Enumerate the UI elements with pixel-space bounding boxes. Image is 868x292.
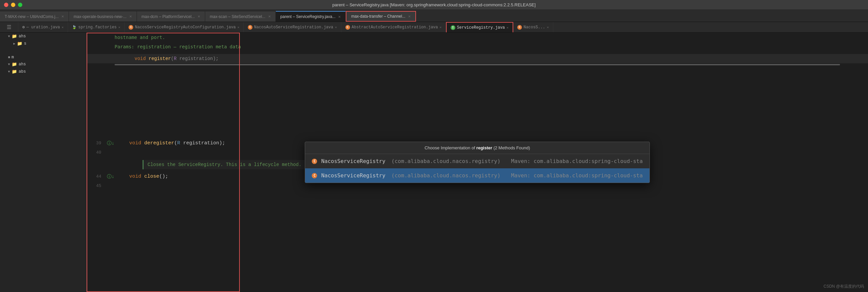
interface-icon: I: [451, 25, 455, 30]
gear-icon: ⚙: [22, 25, 25, 30]
project-sidebar: ▼ 📁 ahs ▶ 📁 s ■ m ▼ 📁 ahs ▼ 📁 abs: [0, 33, 87, 292]
doc-comment-hostname: hostname and port.: [87, 33, 868, 42]
sidebar-item-ahs1[interactable]: ▼ 📁 ahs: [0, 33, 86, 40]
editor-tab-spring-factories[interactable]: 🍃 spring.factories ✕: [68, 22, 125, 33]
watermark: CSDN @有温度的代码: [824, 284, 864, 289]
class-circle-icon: C: [312, 159, 317, 164]
tab-t3[interactable]: max-dcm – PlatformServicel... ✕: [137, 11, 205, 22]
minimize-button[interactable]: [11, 3, 15, 7]
popup-item-2[interactable]: C NacosServiceRegistry (com.alibaba.clou…: [305, 168, 649, 183]
file-icon: ■: [8, 55, 10, 59]
chevron-right-icon: ▶: [13, 42, 15, 46]
main-layout: ▼ 📁 ahs ▶ 📁 s ■ m ▼ 📁 ahs ▼ 📁 abs hostna…: [0, 33, 868, 292]
folder-icon: 📁: [12, 34, 17, 39]
editor-tab-close-icon[interactable]: ✕: [62, 25, 64, 29]
editor-tab-close-icon[interactable]: ✕: [238, 25, 240, 29]
abstract-method-line: void register(R registration);: [87, 54, 868, 63]
editor-tab-close-icon[interactable]: ✕: [506, 26, 508, 30]
horizontal-scrollbar[interactable]: [115, 64, 840, 65]
method-signature: void register(R registration);: [134, 56, 218, 61]
folder-icon: 📁: [17, 41, 22, 46]
editor-tab-close-icon[interactable]: ✕: [440, 25, 442, 29]
title-bar-text: parent – ServiceRegistry.java [Maven: or…: [333, 2, 535, 7]
sidebar-toggle-icon: ☰: [4, 24, 14, 31]
maximize-button[interactable]: [18, 3, 22, 7]
sidebar-item-s[interactable]: ▶ 📁 s: [0, 40, 86, 47]
tab-t1[interactable]: T-MAX-new – UtilAndComs.j... ✕: [0, 11, 69, 22]
sidebar-item-abs[interactable]: ▼ 📁 abs: [0, 68, 86, 75]
popup-maven-2: Maven: com.alibaba.cloud:spring-cloud-st…: [511, 172, 643, 179]
chevron-down-icon: ▼: [8, 35, 10, 38]
tab-close-icon[interactable]: ✕: [129, 14, 132, 18]
editor-tab-close-icon[interactable]: ✕: [547, 25, 549, 29]
editor-tab-close-icon[interactable]: ✕: [118, 25, 120, 29]
leaf-icon: 🍃: [72, 25, 76, 29]
doc-comment-params: Params: registration – registration meta…: [87, 42, 868, 51]
editor-tab-bar: ☰ ⚙ — uration.java ✕ 🍃 spring.factories …: [0, 22, 868, 33]
choose-implementation-dialog[interactable]: Choose Implementation of register (2 Met…: [305, 142, 650, 183]
popup-maven-1: Maven: com.alibaba.cloud:spring-cloud-st…: [511, 158, 643, 164]
editor-tab-abstract-auto-registration[interactable]: C AbstractAutoServiceRegistration.java ✕: [341, 22, 446, 33]
tab-close-icon[interactable]: ✕: [408, 14, 411, 18]
editor-tab-gear[interactable]: ⚙ — uration.java ✕: [18, 22, 68, 33]
title-bar: parent – ServiceRegistry.java [Maven: or…: [0, 0, 868, 9]
info-icon: ⓘ↓: [107, 139, 114, 148]
class-icon: C: [517, 25, 522, 30]
popup-class-name-2: NacosServiceRegistry: [321, 172, 385, 179]
popup-package-2: (com.alibaba.cloud.nacos.registry): [391, 172, 501, 179]
editor-tab-close-icon[interactable]: ✕: [335, 25, 337, 29]
folder-icon: 📁: [12, 62, 17, 67]
sidebar-item-m[interactable]: ■ m: [0, 54, 86, 61]
code-editor[interactable]: hostname and port. Params: registration …: [87, 33, 868, 292]
chevron-down-icon: ▼: [8, 70, 10, 74]
tab-t5[interactable]: parent – ServiceRegistry.java... ✕: [276, 11, 346, 22]
window-controls[interactable]: [4, 3, 22, 7]
tab-t2[interactable]: max-operate-business-new-... ✕: [69, 11, 137, 22]
editor-tab-nacos-short[interactable]: C NacosS... ✕: [513, 22, 553, 33]
editor-tab-nacos-auto-config[interactable]: C NacosServiceRegistryAutoConfiguration.…: [125, 22, 244, 33]
class-icon: C: [248, 25, 252, 30]
folder-icon: 📁: [12, 69, 17, 74]
doc-comment-closes: Closes the ServiceRegistry. This is a li…: [143, 160, 305, 169]
editor-tab-nacos-auto-registration[interactable]: C NacosAutoServiceRegistration.java ✕: [244, 22, 341, 33]
class-circle-icon: C: [312, 173, 317, 178]
chevron-down-icon: ▼: [8, 63, 10, 66]
popup-item-1[interactable]: C NacosServiceRegistry (com.alibaba.clou…: [305, 154, 649, 168]
popup-class-name-1: NacosServiceRegistry: [321, 158, 385, 164]
class-icon: C: [129, 25, 133, 30]
info-icon: ⓘ↓: [107, 172, 114, 181]
tab-t6[interactable]: max-data-transfer – Channel... ✕: [346, 11, 416, 22]
sidebar-item-ahs2[interactable]: ▼ 📁 ahs: [0, 61, 86, 68]
popup-package-1: (com.alibaba.cloud.nacos.registry): [391, 158, 501, 164]
project-tab-bar: T-MAX-new – UtilAndComs.j... ✕ max-opera…: [0, 9, 868, 22]
editor-tab-service-registry[interactable]: I ServiceRegistry.java ✕: [446, 22, 513, 33]
tab-close-icon[interactable]: ✕: [338, 15, 341, 19]
class-icon: C: [345, 25, 350, 30]
popup-title: Choose Implementation of register (2 Met…: [305, 142, 649, 154]
tab-close-icon[interactable]: ✕: [268, 14, 271, 18]
tab-close-icon[interactable]: ✕: [61, 14, 64, 18]
popup-method-name: register: [476, 145, 492, 150]
sidebar-toggle[interactable]: ☰: [0, 22, 18, 33]
tab-t4[interactable]: max-scan – SiteSendServicel... ✕: [205, 11, 276, 22]
close-button[interactable]: [4, 3, 8, 7]
tab-close-icon[interactable]: ✕: [197, 14, 200, 18]
